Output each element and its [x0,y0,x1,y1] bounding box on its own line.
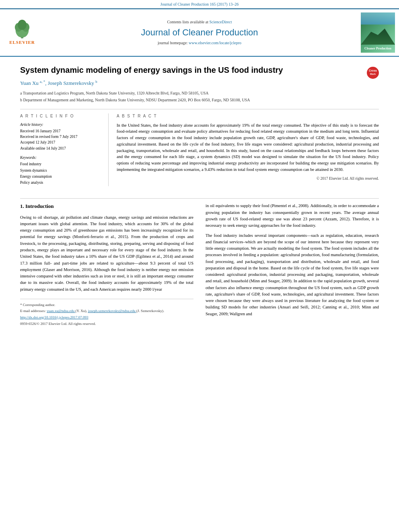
author-yuan-xu: Yuan Xu a, *, [20,80,47,86]
intro-heading: 1. Introduction [20,203,193,210]
affiliation-a: a Transportation and Logistics Program, … [20,90,379,96]
keyword-4: Policy analysis [20,180,102,185]
copyright-line: © 2017 Elsevier Ltd. All rights reserved… [117,176,379,181]
crossmark-icon: Cross Mark [367,67,378,78]
journal-homepage: journal homepage: www.elsevier.com/locat… [44,40,355,46]
homepage-link[interactable]: www.elsevier.com/locate/jclepro [189,41,241,45]
keyword-2: System dynamics [20,168,102,173]
authors-line: Yuan Xu a, *, Joseph Szmerekovsky b [20,79,379,87]
sciencedirect-link[interactable]: ScienceDirect [209,20,232,24]
author-joseph: Joseph Szmerekovsky b [48,80,97,86]
accepted-date: Accepted 12 July 2017 [20,140,102,145]
journal-logo-box: Cleaner Production [359,12,395,53]
history-label: Article history: [20,122,102,127]
intro-left-col: 1. Introduction Owing to oil shortage, a… [20,203,193,326]
crossmark: Cross Mark [367,67,379,79]
intro-right-para1: in oil equivalents to supply their food … [206,203,379,229]
svg-text:Cross: Cross [369,69,377,72]
article-info-panel: A R T I C L E I N F O Article history: R… [20,113,109,187]
journal-header: ELSEVIER Contents lists available at Sci… [0,8,399,57]
received-date: Received 16 January 2017 [20,129,102,134]
issn-line: 0959-6526/© 2017 Elsevier Ltd. All right… [20,321,193,327]
journal-title: Journal of Cleaner Production [44,27,355,39]
abstract-label: A B S T R A C T [117,113,379,119]
svg-point-4 [18,20,27,30]
keyword-1: Food industry [20,162,102,167]
received-revised: Received in revised form 7 July 2017 [20,134,102,140]
intro-right-para2: The food industry includes several impor… [206,232,379,317]
intro-right-col: in oil equivalents to supply their food … [206,203,379,326]
keywords-label: Keywords: [20,155,102,160]
email2-link[interactable]: joseph.szmerekovsky@ndsu.edu [88,309,136,313]
top-bar: Journal of Cleaner Production 165 (2017)… [0,0,399,8]
cp-logo-text: Cleaner Production [364,47,391,50]
cleaner-prod-logo: Cleaner Production [361,12,395,53]
affiliation-b: b Department of Management and Marketing… [20,97,379,103]
keywords-section: Keywords: Food industry System dynamics … [20,155,102,185]
contents-available: Contents lists available at ScienceDirec… [44,19,355,25]
divider-after-abstract [20,198,379,199]
keyword-3: Energy consumption [20,174,102,179]
journal-center: Contents lists available at ScienceDirec… [44,19,355,46]
article-info-label: A R T I C L E I N F O [20,113,102,119]
journal-ref: Journal of Cleaner Production 165 (2017)… [160,2,239,6]
available-online: Available online 14 July 2017 [20,146,102,151]
article-history: Article history: Received 16 January 201… [20,122,102,151]
email1-link[interactable]: yuan.xu@ndsu.edu [47,309,76,313]
intro-left-para1: Owing to oil shortage, air pollution and… [20,214,193,293]
article-title: System dynamic modeling of energy saving… [20,65,379,75]
abstract-panel: A B S T R A C T In the United States, th… [117,113,379,187]
elsevier-logo: ELSEVIER [4,19,40,45]
elsevier-tree-icon [10,19,34,39]
email-note: E-mail addresses: yuan.xu@ndsu.edu (Y. X… [20,308,193,314]
doi-link[interactable]: http://dx.doi.org/10.1016/j.jclepro.2017… [20,315,193,320]
corresponding-note: * Corresponding author. [20,302,193,308]
elsevier-label: ELSEVIER [9,39,35,45]
svg-text:Mark: Mark [370,73,376,75]
footnote-area: * Corresponding author. E-mail addresses… [20,299,193,326]
abstract-text: In the United States, the food industry … [117,122,379,173]
